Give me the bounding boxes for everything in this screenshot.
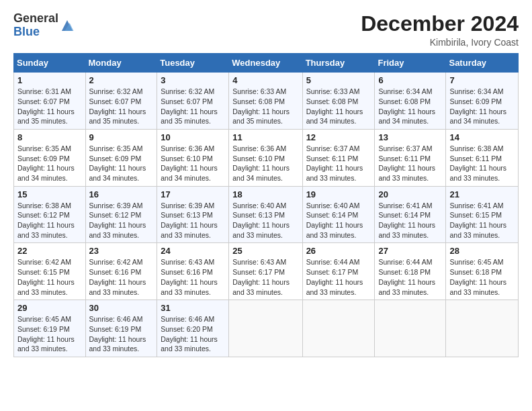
- day-number: 7: [449, 75, 515, 85]
- daylight-text: Daylight: 11 hours and 33 minutes.: [89, 334, 154, 354]
- sunset-text: Sunset: 6:11 PM: [306, 154, 371, 164]
- sunrise-text: Sunrise: 6:34 AM: [378, 87, 442, 97]
- day-number: 19: [306, 189, 371, 199]
- day-info: Sunrise: 6:39 AMSunset: 6:13 PMDaylight:…: [161, 201, 225, 240]
- day-info: Sunrise: 6:38 AMSunset: 6:12 PMDaylight:…: [17, 201, 82, 240]
- daylight-text: Daylight: 11 hours and 33 minutes.: [378, 220, 442, 240]
- sunrise-text: Sunrise: 6:44 AM: [378, 257, 442, 267]
- calendar-cell: 6Sunrise: 6:34 AMSunset: 6:08 PMDaylight…: [375, 73, 446, 130]
- day-info: Sunrise: 6:40 AMSunset: 6:14 PMDaylight:…: [306, 201, 371, 240]
- calendar-week-4: 22Sunrise: 6:42 AMSunset: 6:15 PMDayligh…: [14, 243, 519, 300]
- sunset-text: Sunset: 6:19 PM: [17, 324, 82, 334]
- daylight-text: Daylight: 11 hours and 33 minutes.: [449, 220, 515, 240]
- calendar-cell: 29Sunrise: 6:45 AMSunset: 6:19 PMDayligh…: [14, 300, 86, 357]
- sunrise-text: Sunrise: 6:33 AM: [232, 87, 298, 97]
- day-number: 31: [161, 303, 225, 313]
- day-info: Sunrise: 6:33 AMSunset: 6:08 PMDaylight:…: [232, 87, 298, 126]
- day-info: Sunrise: 6:36 AMSunset: 6:10 PMDaylight:…: [161, 144, 225, 183]
- calendar-cell: 23Sunrise: 6:42 AMSunset: 6:16 PMDayligh…: [85, 243, 157, 300]
- weekday-thursday: Thursday: [302, 54, 375, 73]
- sunset-text: Sunset: 6:10 PM: [161, 154, 225, 164]
- sunset-text: Sunset: 6:17 PM: [232, 267, 298, 277]
- sunrise-text: Sunrise: 6:41 AM: [449, 201, 515, 211]
- daylight-text: Daylight: 11 hours and 35 minutes.: [161, 107, 225, 126]
- sunrise-text: Sunrise: 6:45 AM: [17, 314, 82, 324]
- daylight-text: Daylight: 11 hours and 33 minutes.: [306, 277, 371, 297]
- sunrise-text: Sunrise: 6:46 AM: [161, 314, 225, 324]
- sunset-text: Sunset: 6:09 PM: [449, 97, 515, 107]
- day-number: 22: [17, 246, 82, 256]
- calendar-cell: 25Sunrise: 6:43 AMSunset: 6:17 PMDayligh…: [229, 243, 302, 300]
- calendar-cell: 10Sunrise: 6:36 AMSunset: 6:10 PMDayligh…: [157, 129, 229, 186]
- sunset-text: Sunset: 6:16 PM: [89, 267, 154, 277]
- day-info: Sunrise: 6:46 AMSunset: 6:20 PMDaylight:…: [161, 314, 225, 354]
- sunset-text: Sunset: 6:08 PM: [232, 97, 298, 107]
- daylight-text: Daylight: 11 hours and 33 minutes.: [17, 277, 82, 297]
- day-number: 13: [378, 132, 442, 142]
- day-number: 24: [161, 246, 225, 256]
- day-info: Sunrise: 6:34 AMSunset: 6:08 PMDaylight:…: [378, 87, 442, 126]
- day-number: 17: [161, 189, 225, 199]
- calendar-cell: 24Sunrise: 6:43 AMSunset: 6:16 PMDayligh…: [157, 243, 229, 300]
- calendar-cell: 22Sunrise: 6:42 AMSunset: 6:15 PMDayligh…: [14, 243, 86, 300]
- logo-icon: [60, 18, 75, 33]
- calendar-cell: 8Sunrise: 6:35 AMSunset: 6:09 PMDaylight…: [14, 129, 86, 186]
- daylight-text: Daylight: 11 hours and 33 minutes.: [378, 163, 442, 183]
- daylight-text: Daylight: 11 hours and 35 minutes.: [89, 107, 154, 126]
- day-number: 2: [89, 75, 154, 85]
- calendar-cell: 16Sunrise: 6:39 AMSunset: 6:12 PMDayligh…: [85, 186, 157, 243]
- daylight-text: Daylight: 11 hours and 33 minutes.: [89, 220, 154, 240]
- weekday-friday: Friday: [375, 54, 446, 73]
- sunset-text: Sunset: 6:13 PM: [161, 210, 225, 220]
- sunset-text: Sunset: 6:18 PM: [378, 267, 442, 277]
- sunrise-text: Sunrise: 6:45 AM: [449, 257, 515, 267]
- sunset-text: Sunset: 6:08 PM: [378, 97, 442, 107]
- calendar-table: SundayMondayTuesdayWednesdayThursdayFrid…: [13, 53, 519, 357]
- daylight-text: Daylight: 11 hours and 33 minutes.: [306, 163, 371, 183]
- calendar-cell: 2Sunrise: 6:32 AMSunset: 6:07 PMDaylight…: [85, 73, 157, 130]
- sunrise-text: Sunrise: 6:37 AM: [378, 144, 442, 154]
- daylight-text: Daylight: 11 hours and 34 minutes.: [89, 163, 154, 183]
- day-info: Sunrise: 6:37 AMSunset: 6:11 PMDaylight:…: [378, 144, 442, 183]
- day-number: 4: [232, 75, 298, 85]
- location-subtitle: Kimbirila, Ivory Coast: [361, 37, 519, 48]
- day-number: 9: [89, 132, 154, 142]
- calendar-cell: 27Sunrise: 6:44 AMSunset: 6:18 PMDayligh…: [375, 243, 446, 300]
- sunrise-text: Sunrise: 6:46 AM: [89, 314, 154, 324]
- sunset-text: Sunset: 6:09 PM: [89, 154, 154, 164]
- day-number: 5: [306, 75, 371, 85]
- sunset-text: Sunset: 6:14 PM: [306, 210, 371, 220]
- sunrise-text: Sunrise: 6:36 AM: [161, 144, 225, 154]
- sunrise-text: Sunrise: 6:35 AM: [17, 144, 82, 154]
- calendar-cell: [229, 300, 302, 357]
- sunrise-text: Sunrise: 6:32 AM: [89, 87, 154, 97]
- sunrise-text: Sunrise: 6:40 AM: [232, 201, 298, 211]
- day-number: 23: [89, 246, 154, 256]
- sunset-text: Sunset: 6:11 PM: [449, 154, 515, 164]
- sunrise-text: Sunrise: 6:35 AM: [89, 144, 154, 154]
- day-info: Sunrise: 6:45 AMSunset: 6:19 PMDaylight:…: [17, 314, 82, 354]
- day-info: Sunrise: 6:41 AMSunset: 6:14 PMDaylight:…: [378, 201, 442, 240]
- logo: General Blue: [13, 12, 75, 39]
- day-number: 28: [449, 246, 515, 256]
- day-info: Sunrise: 6:46 AMSunset: 6:19 PMDaylight:…: [89, 314, 154, 354]
- day-info: Sunrise: 6:44 AMSunset: 6:17 PMDaylight:…: [306, 257, 371, 297]
- day-number: 3: [161, 75, 225, 85]
- weekday-wednesday: Wednesday: [229, 54, 302, 73]
- sunset-text: Sunset: 6:18 PM: [449, 267, 515, 277]
- day-number: 18: [232, 189, 298, 199]
- calendar-cell: [302, 300, 375, 357]
- sunset-text: Sunset: 6:15 PM: [17, 267, 82, 277]
- calendar-cell: 20Sunrise: 6:41 AMSunset: 6:14 PMDayligh…: [375, 186, 446, 243]
- sunrise-text: Sunrise: 6:32 AM: [161, 87, 225, 97]
- weekday-header-row: SundayMondayTuesdayWednesdayThursdayFrid…: [14, 54, 519, 73]
- sunrise-text: Sunrise: 6:44 AM: [306, 257, 371, 267]
- sunset-text: Sunset: 6:12 PM: [17, 210, 82, 220]
- calendar-cell: 1Sunrise: 6:31 AMSunset: 6:07 PMDaylight…: [14, 73, 86, 130]
- day-number: 12: [306, 132, 371, 142]
- daylight-text: Daylight: 11 hours and 34 minutes.: [232, 163, 298, 183]
- calendar-week-1: 1Sunrise: 6:31 AMSunset: 6:07 PMDaylight…: [14, 73, 519, 130]
- day-info: Sunrise: 6:36 AMSunset: 6:10 PMDaylight:…: [232, 144, 298, 183]
- day-info: Sunrise: 6:42 AMSunset: 6:16 PMDaylight:…: [89, 257, 154, 297]
- sunrise-text: Sunrise: 6:38 AM: [17, 201, 82, 211]
